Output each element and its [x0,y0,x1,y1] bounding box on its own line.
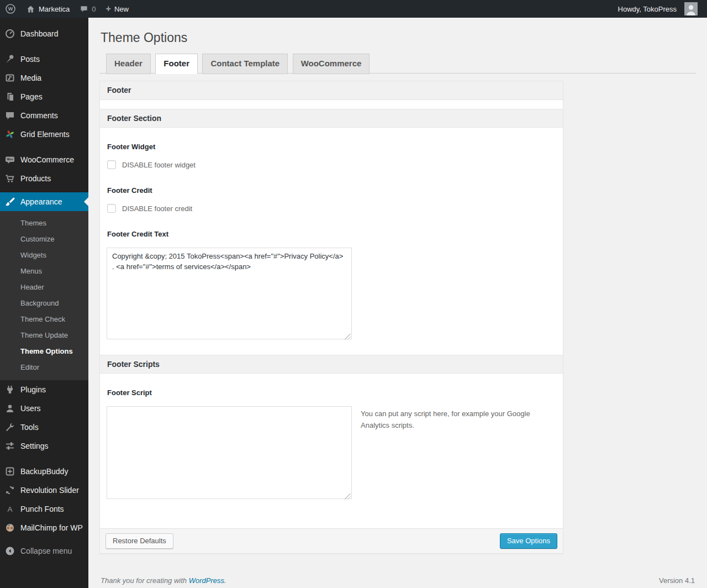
grid-elements-icon [4,129,15,140]
panel-gap [100,100,563,109]
sidebar-item-appearance[interactable]: Appearance [0,192,88,211]
menu-separator [0,188,88,192]
avatar [684,2,698,15]
home-icon [26,4,35,14]
comments-icon [4,110,15,121]
footer-thanks: Thank you for creating with WordPress. [101,576,226,585]
sidebar-item-revolution-slider[interactable]: Revolution Slider [0,481,88,500]
sliders-icon [4,440,15,452]
footer-widget-checkbox-row[interactable]: DISABLE footer widget [107,160,556,169]
wordpress-link[interactable]: WordPress [189,576,224,585]
backup-icon [4,466,15,477]
sidebar-item-dashboard[interactable]: Dashboard [0,24,88,43]
account-menu[interactable]: Howdy, TokoPress [613,0,703,18]
pages-icon [4,91,15,102]
submenu-item-background[interactable]: Background [0,295,88,311]
footer-widget-checkbox[interactable] [107,160,116,169]
admin-bar-left: W Marketica 0 + New [0,0,134,18]
resize-grip[interactable] [345,494,351,500]
tab-contact-template[interactable]: Contact Template [202,54,288,74]
resize-grip[interactable] [345,334,351,340]
new-label: New [114,5,129,13]
sidebar-item-pages[interactable]: Pages [0,87,88,106]
tab-woocommerce[interactable]: WooCommerce [293,54,370,74]
sidebar-item-backupbuddy[interactable]: BackupBuddy [0,462,88,481]
woocommerce-icon: Woo [4,154,15,165]
comments-indicator[interactable]: 0 [75,0,101,18]
footer-credit-text-input[interactable]: Copyright &copy; 2015 TokoPress<span><a … [107,248,352,339]
site-name-label: Marketica [39,5,70,13]
sidebar-item-punch-fonts[interactable]: A Punch Fonts [0,500,88,518]
submenu-item-themes[interactable]: Themes [0,215,88,231]
version-label: Version 4.1 [659,576,695,585]
sidebar-item-media[interactable]: Media [0,69,88,87]
svg-text:W: W [8,6,13,12]
submenu-item-menus[interactable]: Menus [0,263,88,279]
submenu-item-header[interactable]: Header [0,279,88,295]
sidebar-item-plugins[interactable]: Plugins [0,380,88,399]
submenu-item-theme-options[interactable]: Theme Options [0,343,88,359]
user-icon [4,403,15,414]
content-area: Theme Options Header Footer Contact Temp… [88,18,707,588]
footer-credit-label: Footer Credit [107,186,556,195]
submenu-item-editor[interactable]: Editor [0,359,88,375]
footer-script-label: Footer Script [107,389,556,397]
svg-text:Woo: Woo [7,158,13,161]
section-header-footer-section: Footer Section [100,109,563,128]
sidebar-item-users[interactable]: Users [0,399,88,418]
submenu-item-widgets[interactable]: Widgets [0,247,88,263]
sidebar-item-products[interactable]: Products [0,169,88,188]
footer-widget-label: Footer Widget [107,143,556,151]
cart-icon [4,173,15,184]
plus-icon: + [106,4,111,13]
letter-a-icon: A [4,503,15,514]
options-panel: Footer Footer Section Footer Widget DISA… [99,81,563,554]
sidebar-item-mailchimp[interactable]: MailChimp for WP [0,518,88,537]
footer-credit-checkbox[interactable] [107,204,116,213]
sidebar-item-woocommerce[interactable]: Woo WooCommerce [0,150,88,169]
menu-separator [0,537,88,542]
submenu-item-theme-check[interactable]: Theme Check [0,311,88,327]
wordpress-logo-icon: W [5,3,16,14]
menu-separator [0,455,88,462]
tab-header[interactable]: Header [106,54,151,74]
section-header-footer-scripts: Footer Scripts [100,355,563,374]
footer-script-input[interactable] [107,406,352,499]
tab-bar: Header Footer Contact Template WooCommer… [99,53,696,74]
save-options-button[interactable]: Save Options [500,533,557,549]
sidebar-item-tools[interactable]: Tools [0,418,88,437]
comment-count: 0 [92,5,96,13]
footer-script-wrap [107,406,352,501]
sidebar-item-grid-elements[interactable]: Grid Elements [0,125,88,144]
brush-icon [4,196,15,207]
footer-scripts-body: Footer Script You can put any script her… [100,374,563,528]
restore-defaults-button[interactable]: Restore Defaults [105,533,173,549]
submenu-item-theme-update[interactable]: Theme Update [0,327,88,343]
footer-credit-text-wrap: Copyright &copy; 2015 TokoPress<span><a … [107,248,352,342]
panel-title: Footer [100,81,563,100]
plugin-icon [4,384,15,395]
sidebar-item-comments[interactable]: Comments [0,106,88,125]
footer-widget-checkbox-label: DISABLE footer widget [122,161,196,169]
wp-logo-menu[interactable]: W [0,0,21,18]
collapse-menu-button[interactable]: Collapse menu [0,542,88,560]
comment-bubble-icon [80,4,88,13]
footer-credit-checkbox-label: DISABLE footer credit [122,204,192,213]
appearance-submenu: Themes Customize Widgets Menus Header Ba… [0,211,88,380]
tab-footer[interactable]: Footer [155,54,198,74]
sidebar-item-settings[interactable]: Settings [0,437,88,455]
admin-bar-right: Howdy, TokoPress [613,0,707,18]
admin-bar: W Marketica 0 + New Howdy, TokoPress [0,0,707,18]
footer-script-help: You can put any script here, for example… [361,406,533,432]
action-bar: Restore Defaults Save Options [100,528,563,553]
pin-icon [4,54,15,65]
mailchimp-monkey-icon [4,522,15,533]
admin-menu: Dashboard Posts Media Pages Comments Gri… [0,18,88,588]
menu-separator [0,43,88,50]
site-name-link[interactable]: Marketica [21,0,75,18]
footer-credit-checkbox-row[interactable]: DISABLE footer credit [107,204,556,213]
sidebar-item-posts[interactable]: Posts [0,50,88,69]
new-content-button[interactable]: + New [101,0,134,18]
footer-credit-text-label: Footer Credit Text [107,230,556,238]
submenu-item-customize[interactable]: Customize [0,231,88,247]
